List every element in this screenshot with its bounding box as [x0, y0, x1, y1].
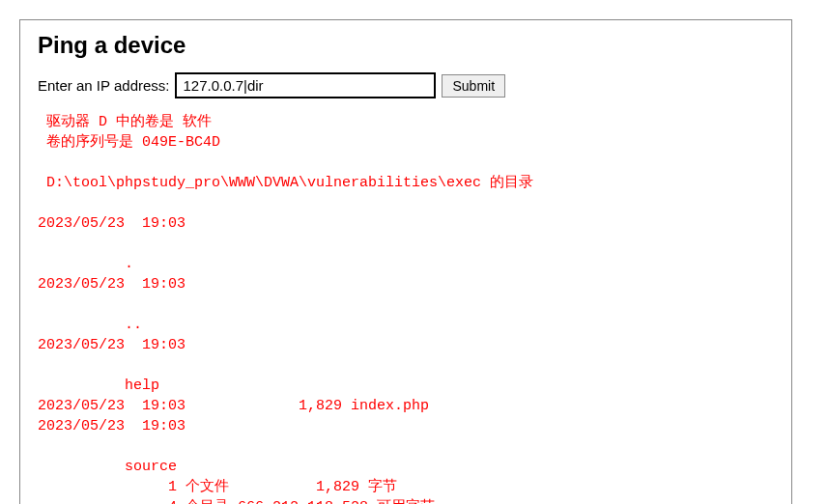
- submit-button[interactable]: Submit: [442, 74, 505, 98]
- panel-title: Ping a device: [38, 32, 774, 59]
- ip-input[interactable]: [175, 72, 436, 98]
- ip-label: Enter an IP address:: [38, 77, 169, 94]
- form-row: Enter an IP address: Submit: [38, 72, 774, 98]
- command-output: 驱动器 D 中的卷是 软件 卷的序列号是 049E-BC4D D:\tool\p…: [38, 112, 774, 504]
- ping-panel: Ping a device Enter an IP address: Submi…: [19, 19, 792, 504]
